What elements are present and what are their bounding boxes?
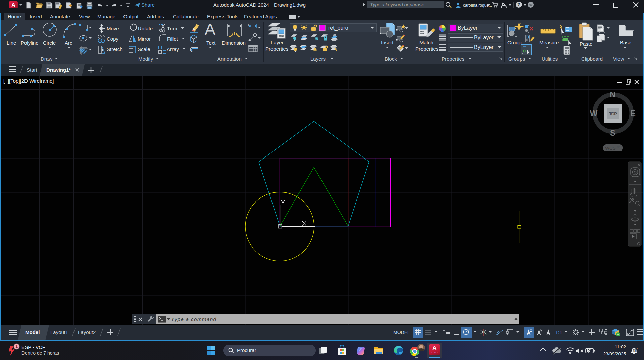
svg-text:WCS: WCS bbox=[605, 146, 616, 151]
svg-text:z: z bbox=[634, 349, 636, 352]
svg-text:S: S bbox=[610, 128, 615, 137]
svg-text:N: N bbox=[610, 90, 615, 99]
svg-text:W: W bbox=[590, 109, 598, 118]
svg-text:TOP: TOP bbox=[609, 111, 617, 116]
svg-text:z: z bbox=[636, 347, 638, 350]
svg-text:E: E bbox=[630, 109, 636, 118]
